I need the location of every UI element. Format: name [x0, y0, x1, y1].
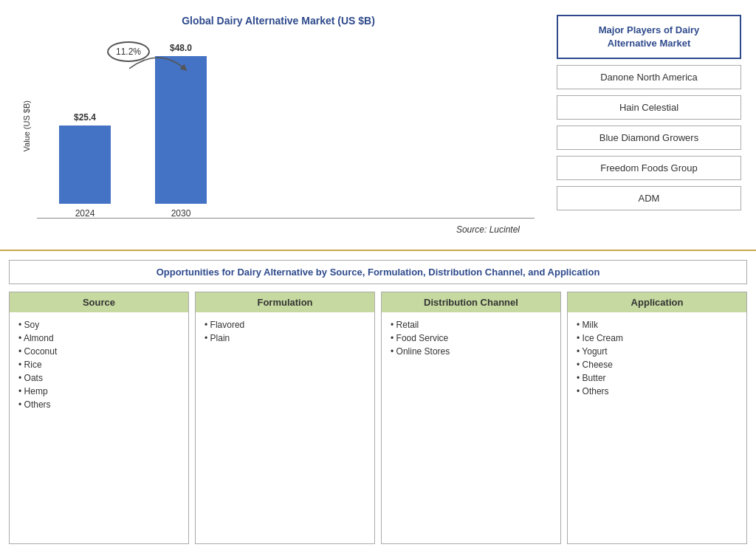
top-section: Global Dairy Alternative Market (US $B) …: [0, 0, 756, 251]
bar-2024-label: 2024: [75, 208, 95, 219]
source-items: • Soy • Almond • Coconut • Rice • Oats •…: [10, 312, 188, 543]
source-item-oats: • Oats: [18, 373, 179, 383]
formulation-header: Formulation: [196, 292, 374, 312]
bar-2024: $25.4 2024: [59, 112, 111, 219]
distribution-item-food-service: • Food Service: [391, 333, 551, 343]
x-axis-line: [37, 218, 535, 219]
application-header: Application: [568, 292, 746, 312]
application-item-butter: • Butter: [577, 373, 738, 383]
source-item-soy: • Soy: [18, 320, 179, 330]
distribution-header: Distribution Channel: [382, 292, 560, 312]
category-source: Source • Soy • Almond • Coconut • Rice •…: [9, 292, 189, 544]
bar-2030-label: 2030: [171, 208, 191, 219]
bottom-section: Opportunities for Dairy Alternative by S…: [0, 251, 756, 553]
distribution-items: • Retail • Food Service • Online Stores: [382, 312, 560, 543]
chart-source: Source: Lucintel: [456, 224, 535, 235]
bar-2030-rect: [155, 56, 207, 204]
opportunities-title: Opportunities for Dairy Alternative by S…: [9, 260, 747, 284]
player-blue-diamond: Blue Diamond Growers: [557, 126, 741, 150]
application-item-milk: • Milk: [577, 320, 738, 330]
cagr-arrow-icon: [129, 50, 188, 72]
formulation-item-flavored: • Flavored: [205, 320, 365, 330]
major-players-panel: Major Players of Dairy Alternative Marke…: [549, 7, 749, 242]
categories-row: Source • Soy • Almond • Coconut • Rice •…: [9, 292, 747, 544]
players-title: Major Players of Dairy Alternative Marke…: [557, 15, 741, 59]
player-hain: Hain Celestial: [557, 95, 741, 120]
category-distribution: Distribution Channel • Retail • Food Ser…: [381, 292, 561, 544]
formulation-item-plain: • Plain: [205, 333, 365, 343]
distribution-item-retail: • Retail: [391, 320, 551, 330]
player-adm: ADM: [557, 186, 741, 210]
player-freedom-foods: Freedom Foods Group: [557, 156, 741, 180]
application-items: • Milk • Ice Cream • Yogurt • Cheese • B…: [568, 312, 746, 543]
application-item-yogurt: • Yogurt: [577, 346, 738, 357]
application-item-ice-cream: • Ice Cream: [577, 333, 738, 343]
source-item-almond: • Almond: [18, 333, 179, 343]
category-formulation: Formulation • Flavored • Plain: [195, 292, 375, 544]
chart-area: Global Dairy Alternative Market (US $B) …: [7, 7, 549, 242]
application-item-cheese: • Cheese: [577, 360, 738, 370]
source-header: Source: [10, 292, 188, 312]
chart-title: Global Dairy Alternative Market (US $B): [182, 15, 375, 27]
distribution-item-online: • Online Stores: [391, 346, 551, 357]
source-item-others: • Others: [18, 399, 179, 410]
main-container: Global Dairy Alternative Market (US $B) …: [0, 0, 756, 553]
application-item-others: • Others: [577, 386, 738, 396]
category-application: Application • Milk • Ice Cream • Yogurt …: [567, 292, 747, 544]
y-axis-label: Value (US $B): [22, 100, 31, 152]
player-danone: Danone North America: [557, 65, 741, 89]
source-item-rice: • Rice: [18, 360, 179, 370]
source-item-hemp: • Hemp: [18, 386, 179, 396]
bar-2024-value: $25.4: [74, 112, 96, 123]
bar-2024-rect: [59, 126, 111, 204]
formulation-items: • Flavored • Plain: [196, 312, 374, 543]
source-item-coconut: • Coconut: [18, 346, 179, 357]
